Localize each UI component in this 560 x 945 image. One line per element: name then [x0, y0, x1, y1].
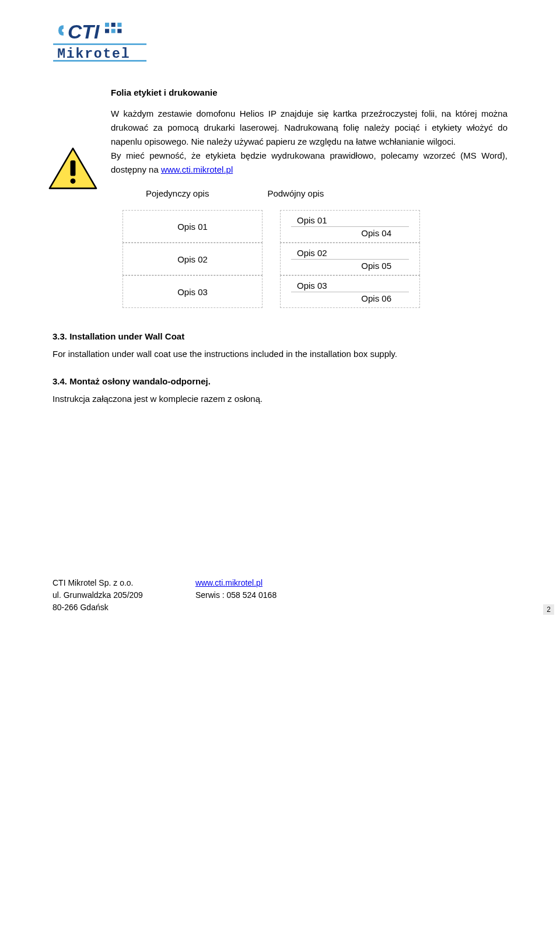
opis-single-row: Opis 03 — [123, 275, 262, 308]
footer-company: CTI Mikrotel Sp. z o.o. — [52, 577, 143, 589]
opis-double-row: Opis 01 Opis 04 — [280, 210, 420, 243]
label-double: Podwójny opis — [267, 188, 324, 198]
main-content: Folia etykiet i drukowanie W każdym zest… — [111, 88, 508, 406]
opis-single-row: Opis 01 — [123, 210, 262, 243]
subsection-body: Instrukcja załączona jest w komplecie ra… — [52, 392, 508, 406]
footer-contact-block: www.cti.mikrotel.pl Serwis : 058 524 016… — [195, 577, 276, 614]
footer: CTI Mikrotel Sp. z o.o. ul. Grunwaldzka … — [52, 577, 276, 614]
subsection-heading: 3.4. Montaż osłony wandalo-odpornej. — [52, 376, 508, 386]
svg-rect-12 — [71, 160, 76, 176]
opis-cell: Opis 01 — [291, 214, 409, 227]
opis-double-row: Opis 03 Opis 06 — [280, 275, 420, 308]
opis-cell: Opis 03 — [291, 279, 409, 292]
opis-single-column: Opis 01 Opis 02 Opis 03 — [123, 210, 262, 308]
section-title: Folia etykiet i drukowanie — [111, 88, 508, 97]
opis-single-row: Opis 02 — [123, 243, 262, 275]
opis-cell: Opis 01 — [123, 222, 262, 232]
opis-cell: Opis 03 — [123, 287, 262, 297]
opis-cell: Opis 02 — [291, 247, 409, 260]
svg-rect-4 — [117, 23, 121, 27]
logo: CTI Mikrotel — [52, 18, 158, 64]
svg-text:CTI: CTI — [68, 20, 100, 43]
footer-link[interactable]: www.cti.mikrotel.pl — [195, 578, 262, 587]
opis-type-labels: Pojedynczy opis Podwójny opis — [146, 188, 508, 198]
footer-company-block: CTI Mikrotel Sp. z o.o. ul. Grunwaldzka … — [52, 577, 143, 614]
subsection-heading: 3.3. Installation under Wall Coat — [52, 331, 508, 341]
svg-point-13 — [71, 178, 76, 184]
opis-double-column: Opis 01 Opis 04 Opis 02 Opis 05 Opis 03 … — [280, 210, 420, 308]
footer-address-line: 80-266 Gdańsk — [52, 601, 143, 614]
warning-icon — [47, 146, 99, 192]
svg-rect-6 — [111, 29, 116, 33]
svg-rect-5 — [105, 29, 109, 33]
svg-rect-8 — [53, 43, 146, 45]
body-link[interactable]: www.cti.mikrotel.pl — [161, 164, 233, 174]
footer-address-line: ul. Grunwaldzka 205/209 — [52, 589, 143, 601]
label-single: Pojedynczy opis — [146, 188, 209, 198]
svg-rect-10 — [53, 60, 146, 62]
opis-double-row: Opis 02 Opis 05 — [280, 243, 420, 275]
svg-rect-3 — [111, 23, 116, 27]
opis-boxes: Opis 01 Opis 02 Opis 03 Opis 01 Opis 04 … — [123, 210, 508, 308]
page-number-badge: 2 — [543, 604, 554, 615]
opis-cell: Opis 06 — [291, 292, 409, 304]
svg-text:Mikrotel: Mikrotel — [57, 47, 130, 62]
svg-rect-2 — [105, 23, 109, 27]
svg-rect-7 — [117, 29, 121, 33]
opis-cell: Opis 02 — [123, 254, 262, 264]
footer-service: Serwis : 058 524 0168 — [195, 589, 276, 601]
opis-cell: Opis 04 — [291, 227, 409, 239]
opis-cell: Opis 05 — [291, 260, 409, 272]
section-body: W każdym zestawie domofonu Helios IP zna… — [111, 107, 508, 177]
subsection-body: For installation under wall coat use the… — [52, 347, 508, 361]
